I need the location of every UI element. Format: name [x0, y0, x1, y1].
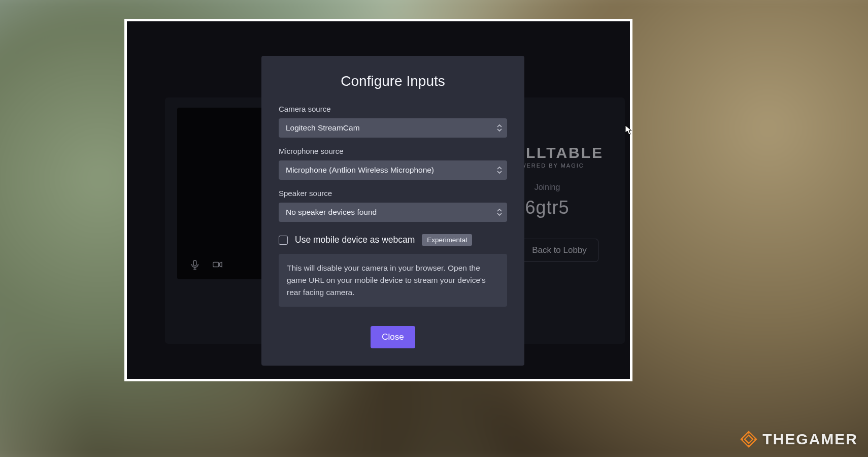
svg-point-8 — [748, 432, 750, 434]
microphone-source-select[interactable]: Microphone (Antlion Wireless Microphone) — [279, 160, 507, 180]
mobile-webcam-row: Use mobile device as webcam Experimental — [279, 234, 507, 246]
speaker-source-value: No speaker devices found — [286, 208, 377, 216]
mobile-webcam-note: This will disable your camera in your br… — [279, 254, 507, 307]
watermark-text: THEGAMER — [762, 431, 858, 448]
mobile-webcam-label: Use mobile device as webcam — [295, 235, 415, 245]
cursor-icon — [625, 125, 632, 135]
select-arrows-icon — [497, 124, 502, 132]
svg-point-11 — [741, 438, 743, 440]
configure-inputs-modal: Configure Inputs Camera source Logitech … — [261, 56, 524, 366]
select-arrows-icon — [497, 209, 502, 216]
app-window: If your video stays black tr are s SPELL… — [124, 19, 632, 381]
svg-marker-5 — [625, 125, 631, 135]
speaker-field: Speaker source No speaker devices found — [279, 189, 507, 222]
microphone-field: Microphone source Microphone (Antlion Wi… — [279, 147, 507, 180]
select-arrows-icon — [497, 167, 502, 174]
modal-title: Configure Inputs — [279, 73, 507, 89]
experimental-badge: Experimental — [422, 234, 472, 246]
close-button[interactable]: Close — [371, 326, 415, 348]
camera-source-select[interactable]: Logitech StreamCam — [279, 118, 507, 138]
speaker-source-select[interactable]: No speaker devices found — [279, 203, 507, 222]
camera-source-value: Logitech StreamCam — [286, 123, 360, 132]
watermark-logo-icon — [740, 431, 757, 448]
mobile-webcam-checkbox[interactable] — [279, 236, 288, 245]
microphone-source-label: Microphone source — [279, 147, 507, 155]
camera-source-label: Camera source — [279, 105, 507, 113]
speaker-source-label: Speaker source — [279, 189, 507, 198]
svg-point-10 — [748, 445, 750, 447]
microphone-source-value: Microphone (Antlion Wireless Microphone) — [286, 166, 434, 174]
camera-field: Camera source Logitech StreamCam — [279, 105, 507, 138]
modal-overlay: Configure Inputs Camera source Logitech … — [127, 21, 630, 379]
svg-point-9 — [754, 438, 756, 440]
svg-marker-6 — [741, 432, 756, 447]
svg-marker-7 — [745, 435, 753, 443]
watermark: THEGAMER — [740, 431, 858, 448]
